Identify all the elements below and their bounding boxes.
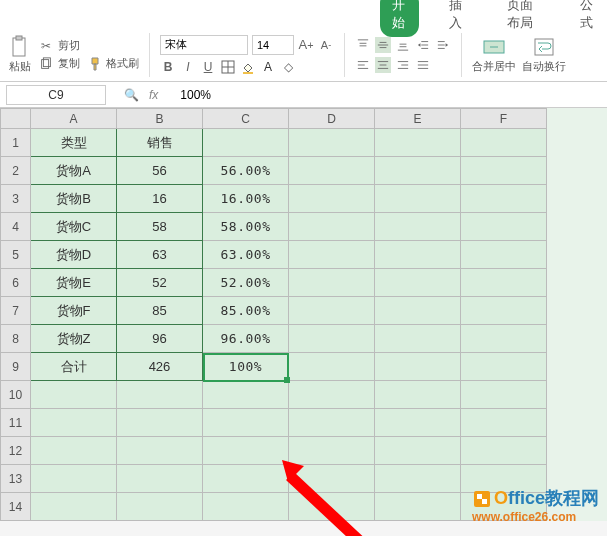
increase-indent-icon[interactable]: [435, 37, 451, 53]
format-painter-button[interactable]: 格式刷: [88, 56, 139, 72]
fx-search-icon[interactable]: 🔍: [124, 88, 139, 102]
clear-format-icon[interactable]: ◇: [280, 59, 296, 75]
cell[interactable]: [375, 493, 461, 521]
cell[interactable]: [461, 185, 547, 213]
cell[interactable]: [31, 465, 117, 493]
row-header[interactable]: 3: [1, 185, 31, 213]
cell[interactable]: [289, 381, 375, 409]
cell[interactable]: [461, 325, 547, 353]
cell[interactable]: 58: [117, 213, 203, 241]
cell[interactable]: [289, 213, 375, 241]
cell[interactable]: [375, 129, 461, 157]
print-preview-icon[interactable]: [133, 6, 149, 22]
paste-button[interactable]: 粘贴: [8, 35, 32, 74]
cell[interactable]: [461, 409, 547, 437]
name-box[interactable]: C9: [6, 85, 106, 105]
cell[interactable]: 货物C: [31, 213, 117, 241]
formula-input[interactable]: [176, 88, 607, 102]
col-header[interactable]: A: [31, 109, 117, 129]
print-icon[interactable]: [109, 6, 125, 22]
row-header[interactable]: 4: [1, 213, 31, 241]
cell[interactable]: [375, 213, 461, 241]
fill-color-icon[interactable]: [240, 59, 256, 75]
cell[interactable]: [289, 437, 375, 465]
cell[interactable]: 96.00%: [203, 325, 289, 353]
cell[interactable]: 货物B: [31, 185, 117, 213]
cell[interactable]: [461, 241, 547, 269]
row-header[interactable]: 13: [1, 465, 31, 493]
cell[interactable]: 货物Z: [31, 325, 117, 353]
cell[interactable]: 52: [117, 269, 203, 297]
cell[interactable]: [289, 493, 375, 521]
justify-icon[interactable]: [415, 57, 431, 73]
row-header[interactable]: 2: [1, 157, 31, 185]
cell[interactable]: 85.00%: [203, 297, 289, 325]
col-header[interactable]: C: [203, 109, 289, 129]
align-left-icon[interactable]: [355, 57, 371, 73]
font-name-select[interactable]: [160, 35, 248, 55]
redo-icon[interactable]: [206, 6, 222, 22]
cell[interactable]: [117, 465, 203, 493]
cell[interactable]: [289, 465, 375, 493]
cell[interactable]: [375, 381, 461, 409]
file-dropdown-caret-icon[interactable]: [62, 12, 68, 16]
cell[interactable]: [289, 297, 375, 325]
cell[interactable]: 56.00%: [203, 157, 289, 185]
col-header[interactable]: D: [289, 109, 375, 129]
cell[interactable]: 合计: [31, 353, 117, 381]
cell[interactable]: [203, 409, 289, 437]
cell[interactable]: 85: [117, 297, 203, 325]
font-color-icon[interactable]: A: [260, 59, 276, 75]
hamburger-icon[interactable]: [6, 9, 20, 19]
cell[interactable]: [375, 353, 461, 381]
align-middle-icon[interactable]: [375, 37, 391, 53]
cell[interactable]: [375, 409, 461, 437]
cell[interactable]: [289, 129, 375, 157]
cell[interactable]: [375, 297, 461, 325]
cell[interactable]: [289, 325, 375, 353]
file-menu[interactable]: 文件: [28, 5, 52, 22]
cell[interactable]: 16.00%: [203, 185, 289, 213]
row-header[interactable]: 5: [1, 241, 31, 269]
increase-font-icon[interactable]: A+: [298, 37, 314, 53]
decrease-font-icon[interactable]: A-: [318, 37, 334, 53]
cell[interactable]: 56: [117, 157, 203, 185]
underline-icon[interactable]: U: [200, 59, 216, 75]
cell[interactable]: 货物E: [31, 269, 117, 297]
cell[interactable]: [461, 129, 547, 157]
cell[interactable]: [289, 269, 375, 297]
cell[interactable]: [375, 157, 461, 185]
undo-icon[interactable]: [166, 6, 182, 22]
cell[interactable]: 货物F: [31, 297, 117, 325]
cell[interactable]: [31, 381, 117, 409]
align-top-icon[interactable]: [355, 37, 371, 53]
cell[interactable]: [31, 409, 117, 437]
cell[interactable]: [375, 241, 461, 269]
row-header[interactable]: 9: [1, 353, 31, 381]
col-header[interactable]: B: [117, 109, 203, 129]
cell-active[interactable]: 100%: [203, 353, 289, 381]
cell[interactable]: 58.00%: [203, 213, 289, 241]
cell[interactable]: [31, 493, 117, 521]
cell[interactable]: [375, 465, 461, 493]
align-right-icon[interactable]: [395, 57, 411, 73]
cell[interactable]: 货物D: [31, 241, 117, 269]
merge-center-button[interactable]: 合并居中: [472, 35, 516, 74]
row-header[interactable]: 12: [1, 437, 31, 465]
cell[interactable]: [117, 409, 203, 437]
cell[interactable]: [203, 129, 289, 157]
cell[interactable]: 426: [117, 353, 203, 381]
row-header[interactable]: 1: [1, 129, 31, 157]
cell[interactable]: [203, 465, 289, 493]
cell[interactable]: [461, 297, 547, 325]
cell[interactable]: [289, 353, 375, 381]
tab-page-layout[interactable]: 页面布局: [495, 0, 550, 37]
cell[interactable]: [375, 185, 461, 213]
cell[interactable]: [289, 241, 375, 269]
cell[interactable]: [461, 437, 547, 465]
cell[interactable]: [375, 437, 461, 465]
tab-start[interactable]: 开始: [380, 0, 419, 37]
cell[interactable]: [203, 381, 289, 409]
cell[interactable]: 类型: [31, 129, 117, 157]
cell[interactable]: [461, 213, 547, 241]
